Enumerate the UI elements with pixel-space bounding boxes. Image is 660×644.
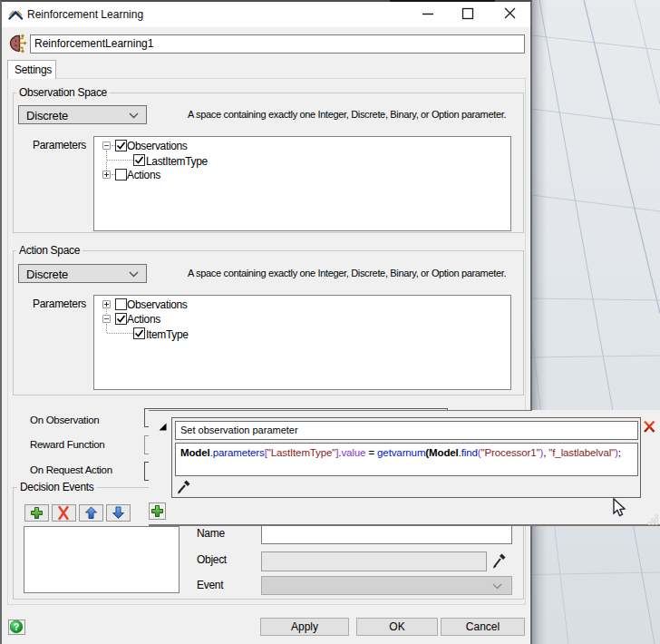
svg-text:?: ? [14,621,19,632]
